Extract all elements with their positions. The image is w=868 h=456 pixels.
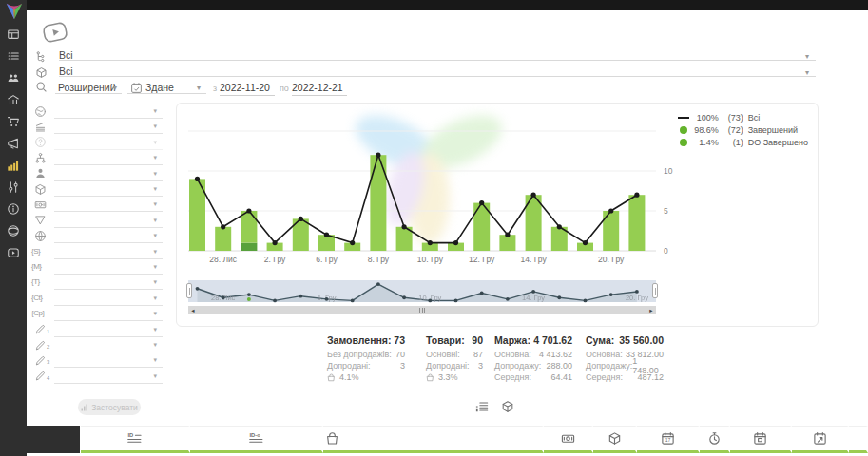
legend-item-2[interactable]: 1.4%(1)DO Завершено xyxy=(676,136,808,148)
side-filter-help[interactable]: ▾ xyxy=(31,136,163,150)
planet-icon xyxy=(34,105,47,118)
column-header-spacer[interactable] xyxy=(849,426,868,453)
side-filter-brace-m[interactable]: {M}▾ xyxy=(31,260,163,275)
sidebar-item-customers[interactable] xyxy=(0,66,27,88)
stat-sub-value: 4 413.62 xyxy=(539,350,572,359)
info-icon xyxy=(7,202,20,216)
scroll-right-arrow[interactable]: ▸ xyxy=(646,306,656,314)
side-filter-pencil2[interactable]: 2▾ xyxy=(31,338,163,352)
calendar-icon: 17 xyxy=(661,431,675,446)
side-filter-brace-ct[interactable]: {Ct}▾ xyxy=(31,292,163,306)
stat-sub-value: 4.1% xyxy=(339,372,359,382)
pencil-icon xyxy=(34,370,47,382)
sidebar-item-dashboard[interactable] xyxy=(0,23,27,45)
product-filter-underline[interactable] xyxy=(59,64,816,77)
stat-sub-value: 288.00 xyxy=(546,361,572,370)
id-dash-icon: ID-o xyxy=(249,431,263,446)
sidebar-item-info[interactable] xyxy=(0,198,27,219)
search-mode-underline[interactable] xyxy=(55,81,122,94)
scrollbar-thumb[interactable] xyxy=(198,308,646,313)
bag-icon xyxy=(327,373,336,382)
side-filter-money[interactable]: ▾ xyxy=(31,198,163,212)
mini-chart-icon xyxy=(81,404,88,411)
scroll-left-arrow[interactable]: ◂ xyxy=(188,306,198,314)
stat-sub-label: Без допродажів: xyxy=(327,350,392,359)
column-header-date-box[interactable] xyxy=(730,426,792,453)
stage-icon xyxy=(33,120,47,133)
column-header-product[interactable] xyxy=(323,426,544,453)
svg-text:20. Гру: 20. Гру xyxy=(598,255,625,264)
date-from-label: з xyxy=(213,84,217,93)
group-filter-1-underline[interactable] xyxy=(59,48,816,61)
stat-sub-value: 70 xyxy=(395,350,405,359)
legend-item-0[interactable]: 100%(73)Всі xyxy=(676,111,808,124)
dashboard-icon xyxy=(7,28,20,41)
svg-text:14. Гру: 14. Гру xyxy=(522,294,545,302)
toggle-package-view[interactable] xyxy=(501,400,514,413)
legend-item-1[interactable]: 98.6%(72)Завершений xyxy=(676,124,808,136)
column-header-time[interactable] xyxy=(700,426,730,453)
sidebar-item-orders[interactable] xyxy=(0,45,27,66)
column-header-id-primary[interactable]: ID xyxy=(81,426,190,453)
globe-icon xyxy=(7,224,20,238)
side-filter-stage[interactable]: ▾ xyxy=(31,120,163,134)
side-filter-pencil1[interactable]: 1▾ xyxy=(31,323,163,337)
column-header-price[interactable] xyxy=(544,426,593,453)
date-field-underline[interactable] xyxy=(127,81,206,94)
legend-label: Всі xyxy=(746,113,808,123)
sidebar-item-company[interactable] xyxy=(0,88,27,110)
column-header-date[interactable]: 17 xyxy=(637,426,700,453)
sidebar-item-analytics[interactable] xyxy=(0,154,27,176)
side-filter-structure[interactable]: ▾ xyxy=(31,151,163,165)
side-filter-planet[interactable]: ▾ xyxy=(31,104,163,119)
date-to-input[interactable]: 2022-12-21 xyxy=(292,82,347,96)
chevron-down-icon: ▾ xyxy=(153,356,157,364)
side-filter-brace-cp[interactable]: {Cp}▾ xyxy=(31,307,163,321)
sidebar-item-campaigns[interactable] xyxy=(0,132,27,154)
megaphone-icon xyxy=(7,137,20,150)
side-filter-pencil4[interactable]: 4▾ xyxy=(31,370,163,384)
side-filter-brace-s[interactable]: {S}▾ xyxy=(31,245,163,259)
side-filter-brace-t[interactable]: {T}▾ xyxy=(31,276,163,290)
date-from-input[interactable]: 2022-11-20 xyxy=(220,82,275,96)
brand-logo-icon[interactable] xyxy=(4,1,25,22)
chevron-down-icon: ▾ xyxy=(153,200,157,208)
side-filter-package[interactable]: ▾ xyxy=(31,182,163,197)
svg-text:5: 5 xyxy=(664,206,668,216)
main-chart[interactable]: 051028. Лис2. Гру6. Гру8. Гру10. Гру12. … xyxy=(188,107,683,267)
sidebar-item-settings[interactable] xyxy=(0,176,27,198)
brace-s-icon: {S} xyxy=(31,247,40,256)
sidebar-item-sales[interactable] xyxy=(0,110,27,132)
navigator-right-handle[interactable] xyxy=(652,283,658,298)
legend-percent: 100% xyxy=(691,113,722,123)
stat-sub-label: Середня: xyxy=(586,372,623,382)
legend-count: (1) xyxy=(722,138,746,147)
side-filter-web[interactable]: ▾ xyxy=(31,229,163,243)
column-header-package[interactable] xyxy=(593,426,637,453)
top-bar xyxy=(0,0,868,10)
side-filter-pencil3[interactable]: 3▾ xyxy=(31,353,163,368)
sidebar-nav xyxy=(0,23,27,263)
sidebar-item-tutorials[interactable] xyxy=(0,241,27,263)
svg-text:10: 10 xyxy=(664,166,673,176)
navigator-scrollbar[interactable]: ◂ ▸ xyxy=(188,306,656,314)
navigator-chart[interactable]: 28. Лис6. Гру10. Гру14. Гру20. Гру xyxy=(188,279,656,305)
money-icon xyxy=(33,198,47,211)
navigator-left-handle[interactable] xyxy=(186,283,192,298)
side-filter-funnel[interactable]: ▾ xyxy=(31,214,163,228)
stat-sub-label: Допродажу: xyxy=(586,361,632,370)
sidebar-item-network[interactable] xyxy=(0,219,27,241)
column-header-date-export[interactable] xyxy=(792,426,849,453)
stat-value: 35 560.00 xyxy=(619,334,664,349)
chevron-down-icon: ▾ xyxy=(153,139,157,146)
money-icon xyxy=(34,199,47,211)
side-filter-person[interactable]: ▾ xyxy=(31,167,163,181)
stat-sub-label: Допродані: xyxy=(426,361,470,370)
tutorial-video-icon[interactable] xyxy=(41,21,69,45)
pencil-icon xyxy=(34,354,47,367)
apply-button[interactable]: Застосувати xyxy=(78,399,141,415)
toggle-list-view[interactable] xyxy=(475,400,489,413)
filter-select-underline xyxy=(54,149,163,150)
column-header-id-secondary[interactable]: ID-o xyxy=(190,426,323,453)
filter-select-underline xyxy=(54,211,163,212)
